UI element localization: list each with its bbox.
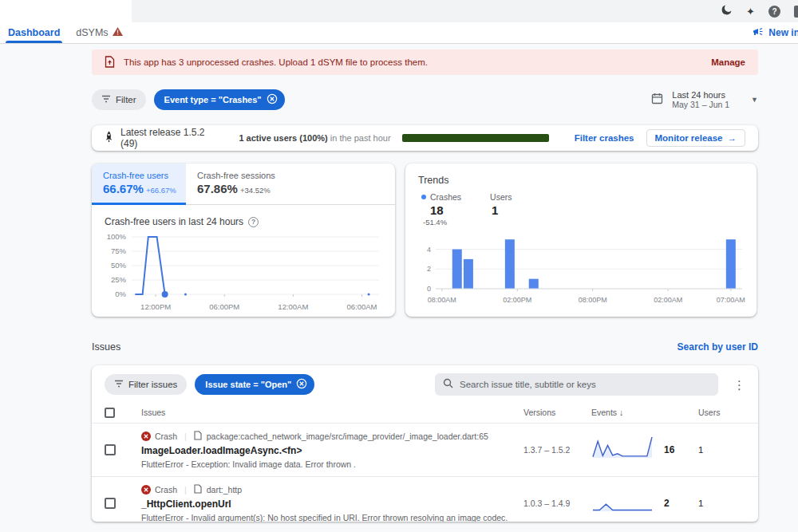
issue-subtitle: FlutterError - Exception: Invalid image …	[141, 459, 523, 469]
col-events[interactable]: Events ↓	[591, 408, 698, 417]
svg-text:0: 0	[427, 285, 431, 293]
tab-crash-free-sessions[interactable]: Crash-free sessions 67.86%+34.52%	[186, 164, 306, 204]
sort-desc-icon: ↓	[619, 408, 623, 417]
tab-dsyms-label: dSYMs	[76, 27, 108, 38]
date-range-primary: Last 24 hours	[672, 90, 729, 100]
issue-file-path: package:cached_network_image/src/image_p…	[207, 432, 488, 441]
issue-events-count: 2	[664, 498, 670, 509]
select-all-checkbox[interactable]	[105, 408, 115, 418]
active-users-progress-bar	[402, 134, 549, 142]
svg-text:08:00AM: 08:00AM	[428, 296, 456, 304]
search-by-user-id-link[interactable]: Search by user ID	[678, 341, 758, 353]
latest-release-banner: Latest release 1.5.2 (49) 1 active users…	[92, 125, 758, 151]
tab-dsyms[interactable]: dSYMs	[68, 22, 130, 43]
filter-issues-button[interactable]: Filter issues	[105, 374, 187, 395]
filter-crashes-link[interactable]: Filter crashes	[575, 133, 634, 143]
crashfree-chart: 0%25%50%75%100%12:00PM06:00PM12:00AM06:0…	[93, 229, 395, 318]
crashes-count: 18	[430, 203, 461, 217]
svg-text:06:00PM: 06:00PM	[209, 302, 239, 311]
filter-button-label: Filter	[116, 95, 136, 104]
upload-file-icon	[105, 56, 115, 69]
issue-cell: Crash | dart:_http _HttpClient.openUrl F…	[141, 484, 523, 522]
event-type-chip-label: Event type = "Crashes"	[164, 95, 262, 104]
issue-title[interactable]: ImageLoader.loadImageAsync.<fn>	[141, 445, 523, 456]
tab-crash-free-users[interactable]: Crash-free users 66.67%+66.67%	[92, 164, 186, 204]
issue-state-chip[interactable]: Issue state = "Open"	[195, 374, 314, 395]
filter-button[interactable]: Filter	[92, 89, 146, 110]
issues-table-body: Crash | package:cached_network_image/src…	[92, 424, 758, 522]
table-row[interactable]: Crash | package:cached_network_image/src…	[92, 424, 758, 477]
issues-title: Issues	[92, 341, 120, 353]
dark-mode-icon[interactable]	[721, 4, 733, 18]
page-tab-bar: Dashboard dSYMs New in	[0, 22, 798, 44]
issues-table-header: Issues Versions Events ↓ Users	[92, 402, 758, 424]
tab-dashboard-label: Dashboard	[8, 27, 60, 38]
warning-triangle-icon	[113, 27, 123, 38]
help-circle-icon[interactable]: ?	[248, 217, 259, 227]
monitor-release-button[interactable]: Monitor release →	[646, 129, 746, 147]
file-icon	[194, 484, 202, 495]
crashes-legend-dot	[421, 195, 426, 199]
issue-title[interactable]: _HttpClient.openUrl	[141, 499, 523, 510]
chevron-down-icon: ▼	[751, 96, 758, 104]
issue-search-box	[435, 373, 718, 396]
row-checkbox[interactable]	[105, 444, 116, 455]
issues-section-header: Issues Search by user ID	[92, 341, 758, 353]
crash-badge: Crash	[141, 432, 177, 441]
svg-text:08:00PM: 08:00PM	[579, 296, 607, 304]
banner-message: This app has 3 unprocessed crashes. Uplo…	[124, 57, 428, 67]
whats-new-label: New in	[768, 27, 798, 38]
svg-text:50%: 50%	[111, 261, 127, 270]
issues-table-card: Filter issues Issue state = "Open" ⋮ Iss…	[92, 365, 758, 522]
crash-circle-x-icon	[141, 485, 151, 495]
active-users-text: 1 active users (100%) in the past hour	[239, 133, 390, 143]
more-options-icon[interactable]: ⋮	[733, 379, 745, 391]
svg-text:100%: 100%	[107, 232, 127, 241]
col-users: Users	[698, 408, 745, 417]
row-checkbox[interactable]	[105, 498, 116, 509]
crashes-legend-label: Crashes	[430, 192, 461, 202]
svg-text:4: 4	[427, 246, 431, 254]
help-icon[interactable]: ?	[768, 6, 780, 18]
issue-events-cell: 2	[591, 488, 698, 518]
svg-text:02:00PM: 02:00PM	[503, 296, 531, 304]
monitor-release-label: Monitor release	[655, 133, 723, 143]
date-range-selector[interactable]: Last 24 hours May 31 – Jun 1 ▼	[651, 90, 758, 109]
crash-free-sessions-label: Crash-free sessions	[197, 171, 306, 180]
crash-free-sessions-delta: +34.52%	[240, 186, 271, 195]
crash-badge-label: Crash	[155, 432, 177, 441]
svg-text:0%: 0%	[115, 290, 126, 298]
issue-users-count: 1	[698, 499, 745, 508]
sparkle-icon[interactable]: ✦	[746, 6, 755, 18]
events-sparkline	[591, 435, 654, 465]
manage-button[interactable]: Manage	[711, 57, 745, 67]
funnel-icon	[114, 380, 124, 389]
issue-search-input[interactable]	[460, 380, 710, 389]
filter-issues-label: Filter issues	[128, 380, 177, 389]
crash-free-users-value: 66.67%	[103, 182, 144, 195]
rocket-icon	[105, 131, 113, 145]
metric-tabs: Crash-free users 66.67%+66.67% Crash-fre…	[92, 164, 395, 205]
svg-text:25%: 25%	[111, 275, 127, 284]
svg-text:12:00AM: 12:00AM	[278, 302, 308, 311]
table-row[interactable]: Crash | dart:_http _HttpClient.openUrl F…	[92, 477, 758, 522]
issue-events-count: 16	[664, 444, 674, 455]
tab-dashboard[interactable]: Dashboard	[0, 22, 68, 43]
whats-new-link[interactable]: New in	[753, 22, 798, 43]
event-type-chip[interactable]: Event type = "Crashes"	[154, 89, 285, 110]
arrow-right-icon: →	[728, 133, 737, 143]
trends-title: Trends	[418, 175, 757, 186]
search-icon	[443, 377, 453, 392]
issue-cell: Crash | package:cached_network_image/src…	[141, 431, 523, 469]
top-app-bar: ✦ ?	[0, 0, 798, 22]
svg-text:02:00AM: 02:00AM	[654, 296, 682, 304]
issue-versions: 1.0.3 – 1.4.9	[523, 499, 591, 508]
clipped-edge-icon	[794, 6, 798, 18]
filter-bar: Filter Event type = "Crashes" Last 24 ho…	[92, 88, 758, 112]
events-sparkline	[591, 488, 654, 518]
active-users-rest: in the past hour	[328, 133, 391, 143]
chip-close-icon[interactable]	[296, 378, 307, 391]
svg-text:07:00AM: 07:00AM	[717, 296, 745, 304]
chip-close-icon[interactable]	[267, 93, 278, 106]
svg-text:2: 2	[427, 265, 431, 273]
